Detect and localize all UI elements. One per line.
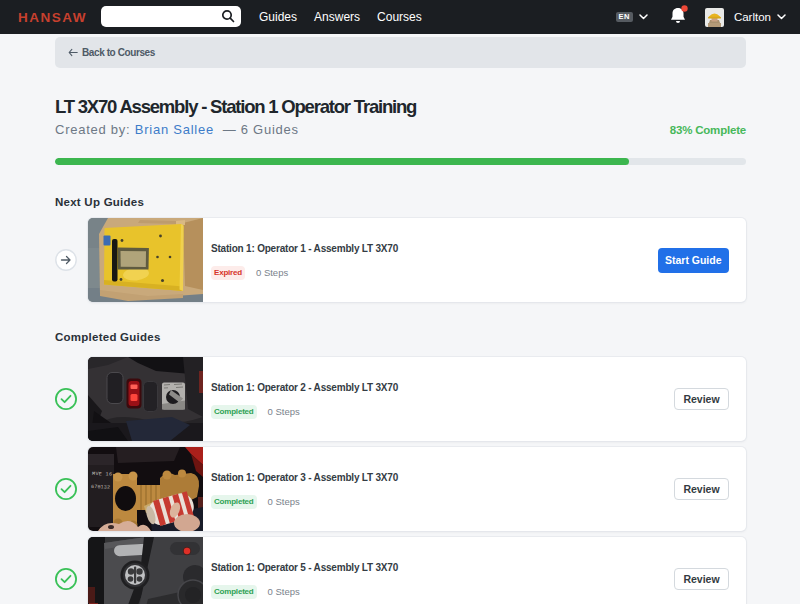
- svg-text:670132: 670132: [91, 484, 110, 491]
- svg-text:MVE 16: MVE 16: [92, 471, 113, 478]
